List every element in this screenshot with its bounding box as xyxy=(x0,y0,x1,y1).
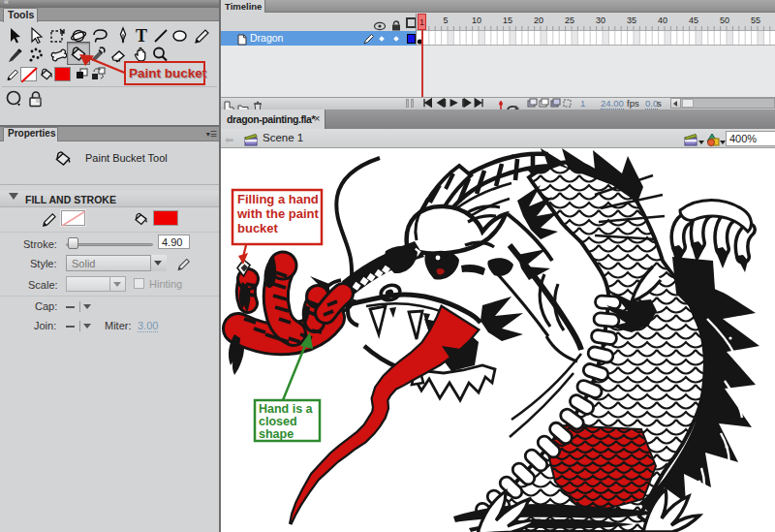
svg-text:with the paint: with the paint xyxy=(236,206,319,221)
svg-text:closed: closed xyxy=(259,415,297,428)
svg-text:Hand is a: Hand is a xyxy=(259,402,314,416)
svg-text:shape: shape xyxy=(259,427,294,441)
svg-text:Filling a hand: Filling a hand xyxy=(237,192,319,206)
svg-text:bucket: bucket xyxy=(237,221,279,235)
